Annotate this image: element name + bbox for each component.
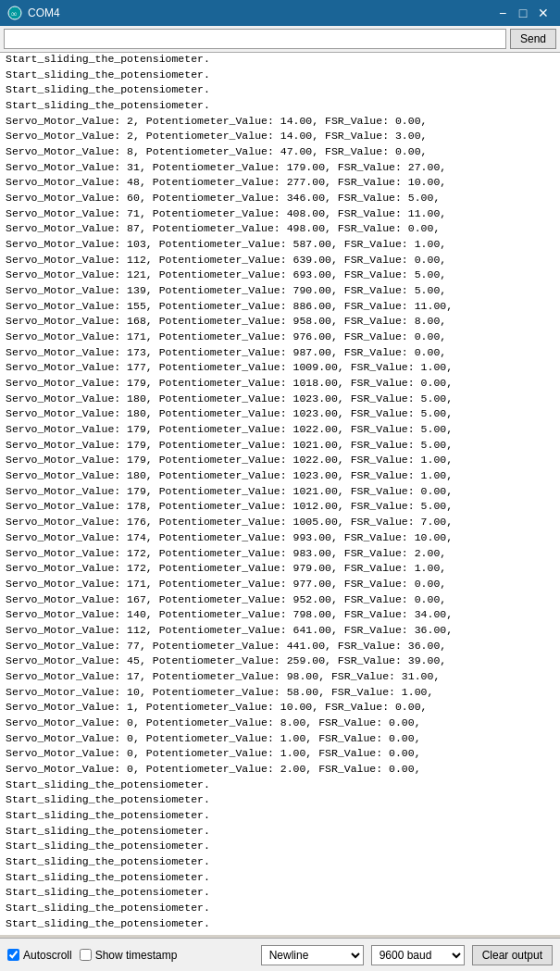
output-line: Start_sliding_the_potensiometer. [6, 53, 554, 68]
serial-input[interactable] [4, 29, 506, 49]
output-line: Servo_Motor_Value: 2, Potentiometer_Valu… [6, 129, 554, 144]
output-line: Servo_Motor_Value: 139, Potentiometer_Va… [6, 283, 554, 299]
output-line: Servo_Motor_Value: 155, Potentiometer_Va… [6, 299, 554, 315]
output-line: Servo_Motor_Value: 87, Potentiometer_Val… [6, 221, 554, 237]
output-area[interactable]: Start_sliding_the_potensiometer.Start_sl… [0, 53, 560, 935]
output-line: Servo_Motor_Value: 48, Potentiometer_Val… [6, 175, 554, 191]
output-line: Servo_Motor_Value: 167, Potentiometer_Va… [6, 592, 554, 608]
newline-select[interactable]: No line endingNewlineCarriage returnBoth… [261, 945, 364, 965]
output-line: Servo_Motor_Value: 179, Potentiometer_Va… [6, 484, 554, 500]
output-line: Servo_Motor_Value: 0, Potentiometer_Valu… [6, 746, 554, 762]
output-line: Start_sliding_the_potensiometer. [6, 916, 554, 932]
send-button[interactable]: Send [510, 29, 556, 49]
output-line: Servo_Motor_Value: 1, Potentiometer_Valu… [6, 700, 554, 716]
output-line: Servo_Motor_Value: 176, Potentiometer_Va… [6, 515, 554, 530]
output-line: Servo_Motor_Value: 121, Potentiometer_Va… [6, 268, 554, 283]
output-line: Start_sliding_the_potensiometer. [6, 854, 554, 870]
status-bar: Autoscroll Show timestamp No line ending… [0, 938, 560, 971]
output-line: Servo_Motor_Value: 173, Potentiometer_Va… [6, 345, 554, 361]
output-line: Start_sliding_the_potensiometer. [6, 824, 554, 840]
output-line: Start_sliding_the_potensiometer. [6, 885, 554, 901]
autoscroll-label[interactable]: Autoscroll [23, 949, 72, 962]
output-line: Start_sliding_the_potensiometer. [6, 870, 554, 886]
output-line: Start_sliding_the_potensiometer. [6, 901, 554, 916]
timestamp-group: Show timestamp [80, 949, 178, 962]
output-line: Servo_Motor_Value: 0, Potentiometer_Valu… [6, 731, 554, 747]
output-line: Servo_Motor_Value: 112, Potentiometer_Va… [6, 623, 554, 639]
output-line: Start_sliding_the_potensiometer. [6, 839, 554, 854]
output-line: Servo_Motor_Value: 179, Potentiometer_Va… [6, 438, 554, 454]
output-line: Servo_Motor_Value: 178, Potentiometer_Va… [6, 499, 554, 515]
output-line: Servo_Motor_Value: 0, Potentiometer_Valu… [6, 716, 554, 731]
output-line: Servo_Motor_Value: 112, Potentiometer_Va… [6, 253, 554, 268]
output-line: Servo_Motor_Value: 180, Potentiometer_Va… [6, 406, 554, 422]
close-button[interactable]: ✕ [534, 4, 553, 22]
minimize-button[interactable]: − [493, 4, 512, 22]
output-line: Start_sliding_the_potensiometer. [6, 98, 554, 114]
autoscroll-checkbox[interactable] [7, 949, 19, 961]
output-line: Servo_Motor_Value: 168, Potentiometer_Va… [6, 314, 554, 330]
maximize-button[interactable]: □ [514, 4, 532, 22]
output-line: Servo_Motor_Value: 179, Potentiometer_Va… [6, 376, 554, 392]
output-line: Servo_Motor_Value: 180, Potentiometer_Va… [6, 392, 554, 407]
timestamp-label[interactable]: Show timestamp [95, 949, 178, 962]
autoscroll-group: Autoscroll [7, 949, 72, 962]
output-line: Servo_Motor_Value: 172, Potentiometer_Va… [6, 546, 554, 562]
title-bar-left: ∞ COM4 [7, 6, 60, 20]
arduino-icon: ∞ [7, 6, 22, 20]
output-line: Start_sliding_the_potensiometer. [6, 792, 554, 808]
output-line: Servo_Motor_Value: 2, Potentiometer_Valu… [6, 114, 554, 130]
output-line: Servo_Motor_Value: 174, Potentiometer_Va… [6, 530, 554, 546]
output-line: Start_sliding_the_potensiometer. [6, 808, 554, 824]
output-line: Servo_Motor_Value: 77, Potentiometer_Val… [6, 639, 554, 654]
baud-select[interactable]: 300 baud1200 baud2400 baud4800 baud9600 … [371, 945, 465, 965]
title-bar-controls: − □ ✕ [493, 4, 553, 22]
timestamp-checkbox[interactable] [80, 949, 92, 961]
output-line: Start_sliding_the_potensiometer. [6, 82, 554, 98]
output-line: Servo_Motor_Value: 17, Potentiometer_Val… [6, 669, 554, 685]
output-line: Servo_Motor_Value: 103, Potentiometer_Va… [6, 237, 554, 253]
output-line: Servo_Motor_Value: 10, Potentiometer_Val… [6, 685, 554, 701]
svg-text:∞: ∞ [11, 9, 17, 19]
title-bar: ∞ COM4 − □ ✕ [0, 0, 560, 26]
clear-output-button[interactable]: Clear output [472, 945, 553, 965]
output-line: Servo_Motor_Value: 140, Potentiometer_Va… [6, 607, 554, 623]
output-line: Servo_Motor_Value: 60, Potentiometer_Val… [6, 191, 554, 206]
output-line: Servo_Motor_Value: 180, Potentiometer_Va… [6, 468, 554, 484]
output-line: Servo_Motor_Value: 171, Potentiometer_Va… [6, 577, 554, 592]
output-line: Servo_Motor_Value: 172, Potentiometer_Va… [6, 561, 554, 577]
output-line: Servo_Motor_Value: 0, Potentiometer_Valu… [6, 762, 554, 778]
output-line: Servo_Motor_Value: 8, Potentiometer_Valu… [6, 144, 554, 160]
output-line: Start_sliding_the_potensiometer. [6, 68, 554, 83]
output-line: Servo_Motor_Value: 177, Potentiometer_Va… [6, 360, 554, 376]
output-line: Servo_Motor_Value: 179, Potentiometer_Va… [6, 453, 554, 468]
output-line: Servo_Motor_Value: 171, Potentiometer_Va… [6, 330, 554, 345]
output-line: Start_sliding_the_potensiometer. [6, 778, 554, 793]
output-line: Servo_Motor_Value: 45, Potentiometer_Val… [6, 654, 554, 669]
main-container: Send Start_sliding_the_potensiometer.Sta… [0, 26, 560, 971]
output-line: Servo_Motor_Value: 31, Potentiometer_Val… [6, 160, 554, 176]
output-line: Servo_Motor_Value: 179, Potentiometer_Va… [6, 422, 554, 438]
output-line: Servo_Motor_Value: 71, Potentiometer_Val… [6, 206, 554, 222]
input-bar: Send [0, 26, 560, 53]
window-title: COM4 [28, 6, 60, 19]
